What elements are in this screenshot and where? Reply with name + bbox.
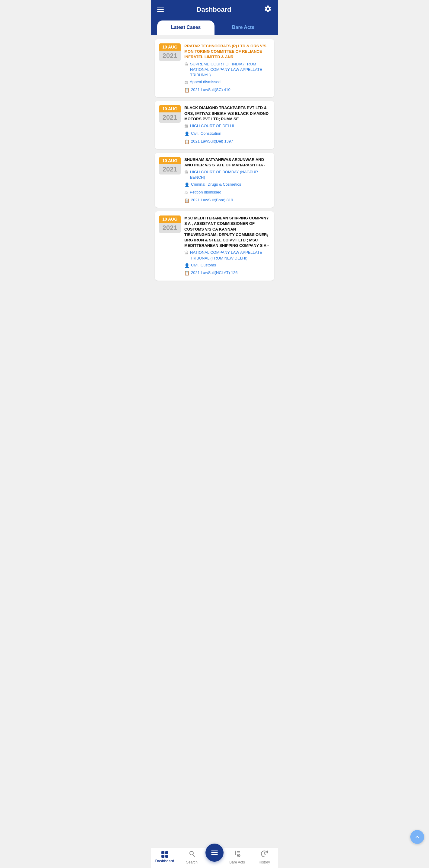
case-subject-text-2: Criminal, Drugs & Cosmetics bbox=[191, 182, 241, 187]
date-badge-1: 10 AUG2021 bbox=[159, 105, 181, 145]
case-citation-text-0: 2021 LawSuit(SC) 410 bbox=[191, 87, 230, 93]
page-title: Dashboard bbox=[197, 6, 231, 13]
case-court-0: 🏛SUPREME COURT OF INDIA (FROM NATIONAL C… bbox=[184, 61, 270, 78]
history-icon bbox=[260, 850, 268, 859]
date-month-3: 10 AUG bbox=[159, 216, 181, 223]
date-month-2: 10 AUG bbox=[159, 157, 181, 164]
nav-dashboard[interactable]: Dashboard bbox=[151, 851, 178, 863]
case-citation-text-1: 2021 LawSuit(Del) 1397 bbox=[191, 138, 233, 144]
case-subject-text-1: Civil, Constitution bbox=[191, 131, 221, 136]
case-disposition-2: ⚖Petition dismissed bbox=[184, 190, 270, 196]
bottom-navigation: Dashboard Search Bare Acts bbox=[151, 847, 278, 868]
case-card-2[interactable]: 10 AUG2021SHUBHAM SATYANIWAS ARJUNWAR AN… bbox=[155, 153, 274, 208]
citation-icon-3: 📋 bbox=[184, 270, 190, 276]
nav-history[interactable]: History bbox=[251, 850, 278, 864]
case-court-text-3: NATIONAL COMPANY LAW APPELLATE TRIBUNAL … bbox=[190, 250, 270, 261]
case-card-0[interactable]: 10 AUG2021PRATAP TECHNOCRATS (P) LTD & O… bbox=[155, 39, 274, 97]
date-month-1: 10 AUG bbox=[159, 105, 181, 113]
header: Dashboard Latest Cases Bare Acts bbox=[151, 0, 278, 35]
case-title-1: BLACK DIAMOND TRACKPARTS PVT LTD & ORS; … bbox=[184, 105, 270, 122]
date-year-2: 2021 bbox=[159, 164, 181, 175]
case-card-1[interactable]: 10 AUG2021BLACK DIAMOND TRACKPARTS PVT L… bbox=[155, 101, 274, 149]
case-court-text-1: HIGH COURT OF DELHI bbox=[190, 123, 234, 129]
citation-icon-2: 📋 bbox=[184, 198, 190, 204]
case-card-3[interactable]: 10 AUG2021MSC MEDITTERANEAN SHIPPING COM… bbox=[155, 211, 274, 281]
case-court-3: 🏛NATIONAL COMPANY LAW APPELLATE TRIBUNAL… bbox=[184, 250, 270, 261]
court-icon-2: 🏛 bbox=[184, 170, 189, 176]
case-citation-0: 📋2021 LawSuit(SC) 410 bbox=[184, 87, 270, 93]
date-badge-2: 10 AUG2021 bbox=[159, 157, 181, 204]
nav-search-label: Search bbox=[186, 860, 198, 864]
cases-list: 10 AUG2021PRATAP TECHNOCRATS (P) LTD & O… bbox=[151, 35, 278, 868]
nav-history-label: History bbox=[259, 860, 270, 864]
date-badge-0: 10 AUG2021 bbox=[159, 43, 181, 93]
case-title-0: PRATAP TECHNOCRATS (P) LTD & ORS V/S MON… bbox=[184, 43, 270, 60]
court-icon-3: 🏛 bbox=[184, 250, 189, 256]
date-month-0: 10 AUG bbox=[159, 43, 181, 51]
case-content-1: BLACK DIAMOND TRACKPARTS PVT LTD & ORS; … bbox=[184, 105, 270, 145]
subject-icon-1: 👤 bbox=[184, 131, 190, 137]
case-title-3: MSC MEDITTERANEAN SHIPPING COMPANY S A ;… bbox=[184, 216, 270, 248]
case-court-1: 🏛HIGH COURT OF DELHI bbox=[184, 123, 270, 130]
header-top: Dashboard bbox=[157, 5, 272, 18]
hamburger-menu-button[interactable] bbox=[157, 7, 164, 12]
search-icon bbox=[188, 850, 196, 859]
court-icon-1: 🏛 bbox=[184, 124, 189, 130]
nav-dashboard-label: Dashboard bbox=[155, 859, 174, 863]
case-citation-1: 📋2021 LawSuit(Del) 1397 bbox=[184, 138, 270, 145]
case-subject-text-3: Civil, Customs bbox=[191, 262, 216, 268]
disposition-icon-0: ⚖ bbox=[184, 80, 188, 86]
case-subject-3: 👤Civil, Customs bbox=[184, 262, 270, 269]
case-title-2: SHUBHAM SATYANIWAS ARJUNWAR AND ANOTHER … bbox=[184, 157, 270, 168]
case-disposition-text-2: Petition dismissed bbox=[190, 190, 222, 195]
svg-line-1 bbox=[193, 855, 195, 856]
subject-icon-3: 👤 bbox=[184, 263, 190, 269]
case-court-2: 🏛HIGH COURT OF BOMBAY (NAGPUR BENCH) bbox=[184, 169, 270, 180]
date-year-1: 2021 bbox=[159, 113, 181, 123]
tab-bare-acts[interactable]: Bare Acts bbox=[214, 21, 272, 35]
subject-icon-2: 👤 bbox=[184, 182, 190, 188]
bare-acts-icon bbox=[233, 850, 241, 859]
case-citation-text-3: 2021 LawSuit(NCLAT) 126 bbox=[191, 270, 237, 276]
citation-icon-0: 📋 bbox=[184, 87, 190, 93]
nav-center-fab[interactable] bbox=[205, 844, 224, 862]
case-disposition-0: ⚖Appeal dismissed bbox=[184, 79, 270, 86]
case-subject-2: 👤Criminal, Drugs & Cosmetics bbox=[184, 182, 270, 188]
date-year-3: 2021 bbox=[159, 223, 181, 233]
case-citation-3: 📋2021 LawSuit(NCLAT) 126 bbox=[184, 270, 270, 276]
date-badge-3: 10 AUG2021 bbox=[159, 216, 181, 276]
nav-search[interactable]: Search bbox=[178, 850, 205, 864]
nav-bare-acts-label: Bare Acts bbox=[229, 860, 245, 864]
case-disposition-text-0: Appeal dismissed bbox=[190, 79, 221, 85]
dashboard-icon bbox=[162, 851, 168, 858]
tab-bar: Latest Cases Bare Acts bbox=[157, 21, 272, 35]
case-subject-1: 👤Civil, Constitution bbox=[184, 131, 270, 137]
case-content-0: PRATAP TECHNOCRATS (P) LTD & ORS V/S MON… bbox=[184, 43, 270, 93]
tab-latest-cases[interactable]: Latest Cases bbox=[157, 21, 214, 35]
case-citation-2: 📋2021 LawSuit(Bom) 819 bbox=[184, 197, 270, 204]
disposition-icon-2: ⚖ bbox=[184, 190, 188, 196]
case-court-text-0: SUPREME COURT OF INDIA (FROM NATIONAL CO… bbox=[190, 61, 270, 78]
court-icon-0: 🏛 bbox=[184, 62, 189, 68]
date-year-0: 2021 bbox=[159, 51, 181, 61]
nav-bare-acts[interactable]: Bare Acts bbox=[224, 850, 251, 864]
case-court-text-2: HIGH COURT OF BOMBAY (NAGPUR BENCH) bbox=[190, 169, 270, 180]
settings-button[interactable] bbox=[264, 5, 272, 14]
case-content-3: MSC MEDITTERANEAN SHIPPING COMPANY S A ;… bbox=[184, 216, 270, 276]
case-content-2: SHUBHAM SATYANIWAS ARJUNWAR AND ANOTHER … bbox=[184, 157, 270, 204]
citation-icon-1: 📋 bbox=[184, 139, 190, 145]
case-citation-text-2: 2021 LawSuit(Bom) 819 bbox=[191, 197, 233, 203]
